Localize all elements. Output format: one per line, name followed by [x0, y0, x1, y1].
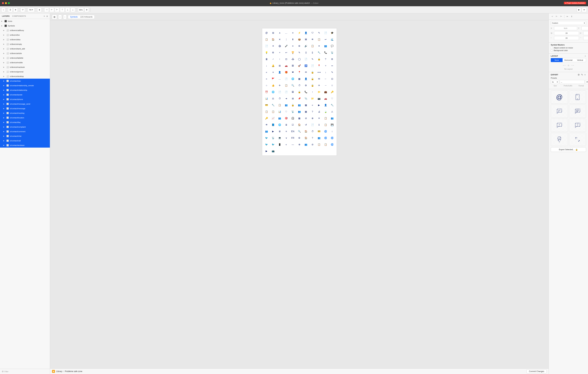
icon-cell[interactable]: 👥	[277, 115, 283, 121]
icon-cell[interactable]: ▦	[296, 115, 303, 121]
layer-item-4[interactable]: ▶ ⬜ ic/divers/bank_add	[0, 46, 50, 51]
maximize-button[interactable]	[8, 2, 10, 4]
icon-cell[interactable]: 🔔	[270, 63, 276, 69]
icon-cell[interactable]: ⚙	[270, 49, 276, 56]
align-right-btn[interactable]: ⊢	[559, 15, 563, 19]
icon-cell[interactable]: 🍃	[323, 108, 329, 115]
icon-cell[interactable]: ▦	[303, 108, 309, 115]
icon-cell[interactable]: 📄	[263, 43, 270, 49]
preset-dropdown[interactable]: Custom ▾	[551, 21, 586, 25]
icon-cell[interactable]: ≡	[290, 43, 296, 49]
close-button[interactable]	[2, 2, 4, 4]
icon-cell[interactable]: 🎧	[290, 115, 296, 121]
icon-cell[interactable]: 📄	[277, 89, 283, 95]
icon-cell[interactable]: ＋	[277, 49, 283, 56]
icon-cell[interactable]: ↑	[309, 89, 316, 95]
icon-cell[interactable]: 📋	[263, 36, 270, 43]
icon-cell[interactable]: 📡	[290, 108, 296, 115]
icon-cell[interactable]: 📋	[283, 82, 289, 88]
icon-cell[interactable]: ✈	[316, 82, 322, 88]
icon-cell[interactable]: ○	[263, 82, 270, 88]
icon-cell[interactable]: ⚖	[270, 95, 276, 102]
icon-cell[interactable]: 🌀	[329, 135, 335, 141]
adjust-content-checkbox[interactable]	[551, 47, 553, 49]
layer-item-14[interactable]: ▶ ⬜ ic/contact/poste	[0, 92, 50, 97]
layer-item-18[interactable]: ▶ ⬜ ic/contact/meeting	[0, 111, 50, 115]
canvas-nav-forward[interactable]: ›	[63, 15, 67, 19]
icon-cell[interactable]: ▦	[303, 102, 309, 108]
icon-cell[interactable]: ⟨⟩	[303, 49, 309, 56]
icon-cell[interactable]: ▦	[296, 76, 303, 82]
icon-cell[interactable]: ?	[309, 108, 316, 115]
icon-cell[interactable]: 📍	[316, 63, 322, 69]
layer-item-25[interactable]: ▶ ⬜ ic/contact/arobase	[0, 143, 50, 148]
icon-cell[interactable]: ↓	[323, 69, 329, 75]
icon-cell[interactable]: ⊘	[303, 115, 309, 121]
icon-cell[interactable]: 💾	[329, 122, 335, 128]
icon-cell[interactable]: ⚙	[296, 43, 303, 49]
icon-cell[interactable]: 📡	[329, 49, 335, 56]
icon-cell[interactable]: 🌀	[329, 141, 335, 148]
icon-cell[interactable]: ⊞	[277, 63, 283, 69]
layer-item-10[interactable]: ▶ ⬜ ic/device/desktop	[0, 74, 50, 79]
icon-cell[interactable]: ☆	[329, 82, 335, 88]
icon-cell[interactable]: ⏱	[296, 82, 303, 88]
icon-cell[interactable]: 📄	[303, 56, 309, 62]
icon-cell[interactable]: ⊘	[309, 141, 316, 148]
icon-cell[interactable]: 📄	[283, 89, 289, 95]
icon-cell[interactable]: «	[283, 141, 289, 148]
icon-cell[interactable]: 🏠	[303, 128, 309, 134]
icon-cell[interactable]: 📡	[270, 135, 276, 141]
icon-cell[interactable]: →	[323, 82, 329, 88]
icon-cell[interactable]: ✎	[296, 49, 303, 56]
icon-cell[interactable]: 📊	[263, 95, 270, 102]
icon-cell[interactable]: «	[263, 69, 270, 75]
icon-cell[interactable]: ✎	[316, 30, 322, 36]
icon-cell[interactable]: ✕	[270, 43, 276, 49]
add-layer-icon[interactable]: +	[44, 15, 45, 17]
icon-cell[interactable]: ⚡	[296, 30, 303, 36]
icon-cell[interactable]: 📱	[277, 141, 283, 148]
icon-cell[interactable]: 📋	[323, 141, 329, 148]
icon-cell[interactable]: ＋	[323, 63, 329, 69]
icon-cell[interactable]: 🏠	[303, 135, 309, 141]
icon-cell[interactable]: 📋	[316, 141, 322, 148]
icon-cell[interactable]: 🗑	[263, 56, 270, 62]
icon-cell[interactable]: FR	[290, 135, 296, 141]
icon-cell[interactable]: 📦	[296, 36, 303, 43]
icon-cell[interactable]: …	[283, 30, 289, 36]
components-toggle[interactable]: ⊕	[13, 8, 18, 12]
layer-item-0[interactable]: ▶ ⬜ ic/divers/call/busy	[0, 28, 50, 33]
icon-cell[interactable]: 📊	[277, 108, 283, 115]
icon-cell[interactable]: 📈	[270, 115, 276, 121]
icon-cell[interactable]: 🔒	[290, 102, 296, 108]
icon-cell[interactable]: 🔍	[290, 82, 296, 88]
distribute-h-btn[interactable]: ⇔	[565, 15, 569, 19]
add-button[interactable]: +	[1, 8, 5, 12]
icon-cell[interactable]: 🔒	[309, 76, 316, 82]
icon-cell[interactable]: 🎓	[329, 30, 335, 36]
layer-item-15[interactable]: ▶ ⬜ ic/contact/phone	[0, 97, 50, 102]
icon-cell[interactable]: ⋮	[283, 36, 289, 43]
icon-cell[interactable]: 🌐	[277, 122, 283, 128]
layer-item-23[interactable]: ▶ ⬜ ic/contact/chat	[0, 134, 50, 139]
icon-cell[interactable]: 🐦	[270, 141, 276, 148]
layer-item-17[interactable]: ▶ ⬜ ic/contact/message	[0, 106, 50, 111]
icon-cell[interactable]: ♡	[329, 95, 335, 102]
icon-cell[interactable]: ↺	[303, 122, 309, 128]
icon-cell[interactable]: ✕	[316, 115, 322, 121]
icon-cell[interactable]: ✈	[277, 82, 283, 88]
w-input[interactable]	[554, 31, 579, 35]
icon-cell[interactable]: ↓	[263, 63, 270, 69]
icon-cell[interactable]: @	[263, 30, 270, 36]
align-center-v[interactable]: ⊥	[65, 8, 70, 12]
icon-cell[interactable]: EN	[290, 128, 296, 134]
icon-cell[interactable]: ↑	[277, 56, 283, 62]
icon-cell[interactable]: ⚙	[329, 56, 335, 62]
align-left-btn[interactable]: ⊣	[550, 15, 554, 19]
icon-cell[interactable]: 👥	[296, 102, 303, 108]
layer-item-5[interactable]: ▶ ⬜ ic/divers/article	[0, 51, 50, 56]
icon-cell[interactable]: ∧	[277, 30, 283, 36]
icon-cell[interactable]: ✦	[316, 43, 322, 49]
icon-cell[interactable]: 📋	[263, 108, 270, 115]
